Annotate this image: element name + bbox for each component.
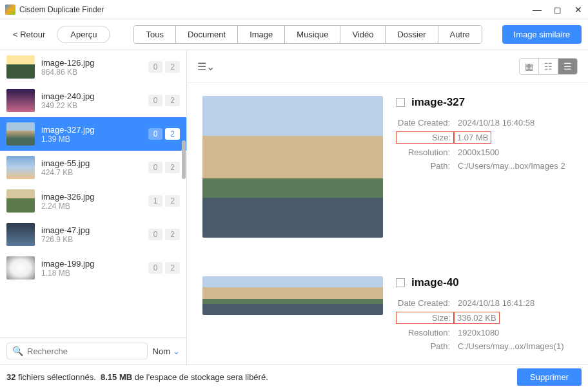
freed-suffix: de l'espace de stockage sera libéré. xyxy=(135,372,268,382)
meta-label: Size: xyxy=(396,131,454,144)
preview-image xyxy=(202,276,383,315)
badge-a: 0 xyxy=(148,61,163,73)
file-list[interactable]: image-126.jpg864.86 KB02image-240.jpg349… xyxy=(0,50,186,337)
sort-button[interactable]: Nom ⌄ xyxy=(153,346,180,356)
meta-label: Date Created: xyxy=(396,298,454,308)
list-item[interactable]: image-326.jpg2.24 MB12 xyxy=(0,184,186,218)
meta-resolution: 1920x1080 xyxy=(454,328,499,337)
columns-view-icon[interactable]: ☷ xyxy=(539,59,558,74)
view-switch: ▦ ☷ ☰ xyxy=(519,58,578,75)
file-info: image-326.jpg2.24 MB xyxy=(41,192,142,211)
tab-music[interactable]: Musique xyxy=(285,26,340,43)
tab-folder[interactable]: Dossier xyxy=(386,26,438,43)
badge-b: 2 xyxy=(165,195,180,207)
badge-a: 0 xyxy=(148,229,163,240)
window-controls: — ◻ ✕ xyxy=(533,5,583,15)
detail-pane: ☰⌄ ▦ ☷ ☰ image-327Date Created:2024/10/1… xyxy=(187,50,588,365)
badge-b: 2 xyxy=(165,162,180,173)
dup-title: image-40 xyxy=(411,276,459,289)
sort-label: Nom xyxy=(153,346,170,356)
badges: 02 xyxy=(148,262,180,274)
thumbnail xyxy=(6,223,35,246)
minimize-icon[interactable]: — xyxy=(533,5,542,15)
file-name: image-199.jpg xyxy=(41,259,142,269)
detail-toolbar: ☰⌄ ▦ ☷ ☰ xyxy=(187,50,588,83)
thumbnail xyxy=(6,189,35,213)
preview-image xyxy=(202,96,383,238)
maximize-icon[interactable]: ◻ xyxy=(553,5,562,15)
dup-title: image-327 xyxy=(411,96,465,109)
tab-all[interactable]: Tous xyxy=(134,26,175,43)
badge-b: 2 xyxy=(165,262,180,274)
badge-b: 2 xyxy=(165,61,180,73)
meta-created: 2024/10/18 16:41:28 xyxy=(454,298,534,308)
file-info: image-240.jpg349.22 KB xyxy=(41,91,142,110)
tab-other[interactable]: Autre xyxy=(438,26,482,43)
badge-a: 0 xyxy=(148,128,163,140)
preview-button[interactable]: Aperçu xyxy=(57,26,110,43)
badge-b: 2 xyxy=(165,229,180,240)
list-item[interactable]: image-199.jpg1.18 MB02 xyxy=(0,251,186,285)
meta-label: Size: xyxy=(396,312,454,324)
back-button[interactable]: < Retour xyxy=(6,26,52,43)
search-icon: 🔍 xyxy=(12,346,23,356)
meta-label: Resolution: xyxy=(396,328,454,337)
file-name: image-326.jpg xyxy=(41,192,142,202)
select-checkbox[interactable] xyxy=(396,98,405,107)
filter-icon[interactable]: ☰⌄ xyxy=(197,61,215,73)
thumbnail xyxy=(6,89,35,112)
list-item[interactable]: image-240.jpg349.22 KB02 xyxy=(0,84,186,117)
meta-label: Path: xyxy=(396,341,454,351)
tab-video[interactable]: Vidéo xyxy=(340,26,386,43)
meta-path: C:/Users/may...ox/Images(1) xyxy=(454,341,564,351)
file-info: image-199.jpg1.18 MB xyxy=(41,259,142,278)
duplicate-item: image-40Date Created:2024/10/18 16:41:28… xyxy=(202,276,573,355)
freed-size: 8.15 MB xyxy=(101,372,132,382)
app-icon xyxy=(5,5,15,15)
file-name: image-47.jpg xyxy=(41,225,142,235)
badges: 02 xyxy=(148,128,180,140)
badge-b: 2 xyxy=(165,128,180,140)
toolbar: < Retour Aperçu Tous Document Image Musi… xyxy=(0,19,588,50)
close-icon[interactable]: ✕ xyxy=(574,5,583,15)
file-name: image-55.jpg xyxy=(41,158,142,168)
list-item[interactable]: image-327.jpg1.39 MB02 xyxy=(0,117,186,151)
tab-image[interactable]: Image xyxy=(238,26,285,43)
search-field[interactable]: 🔍 xyxy=(6,343,148,359)
select-checkbox[interactable] xyxy=(396,278,405,287)
file-size: 726.9 KB xyxy=(41,235,142,244)
duplicate-item: image-327Date Created:2024/10/18 16:40:5… xyxy=(202,96,573,238)
detail-body[interactable]: image-327Date Created:2024/10/18 16:40:5… xyxy=(187,83,588,365)
meta-label: Date Created: xyxy=(396,118,454,128)
badge-a: 0 xyxy=(148,262,163,274)
file-name: image-126.jpg xyxy=(41,58,142,68)
file-info: image-47.jpg726.9 KB xyxy=(41,225,142,244)
file-name: image-240.jpg xyxy=(41,91,142,101)
chevron-down-icon: ⌄ xyxy=(173,346,180,356)
file-size: 424.7 KB xyxy=(41,168,142,177)
badges: 12 xyxy=(148,195,180,207)
badge-b: 2 xyxy=(165,95,180,106)
file-name: image-327.jpg xyxy=(41,125,142,135)
list-item[interactable]: image-47.jpg726.9 KB02 xyxy=(0,218,186,251)
selected-suffix: fichiers sélectionnés. xyxy=(18,372,96,382)
grid-view-icon[interactable]: ▦ xyxy=(520,59,539,74)
scrollbar-thumb[interactable] xyxy=(182,140,186,179)
dup-info: image-40Date Created:2024/10/18 16:41:28… xyxy=(396,276,573,355)
list-view-icon[interactable]: ☰ xyxy=(558,59,577,74)
file-info: image-126.jpg864.86 KB xyxy=(41,58,142,77)
app-title: Cisdem Duplicate Finder xyxy=(19,5,533,14)
similar-image-button[interactable]: Image similaire xyxy=(502,25,582,44)
list-item[interactable]: image-55.jpg424.7 KB02 xyxy=(0,151,186,184)
meta-label: Resolution: xyxy=(396,147,454,157)
tab-document[interactable]: Document xyxy=(176,26,238,43)
delete-button[interactable]: Supprimer xyxy=(517,368,582,386)
search-input[interactable] xyxy=(27,346,142,356)
file-info: image-55.jpg424.7 KB xyxy=(41,158,142,177)
sidebar: image-126.jpg864.86 KB02image-240.jpg349… xyxy=(0,50,187,365)
file-size: 349.22 KB xyxy=(41,101,142,110)
file-size: 2.24 MB xyxy=(41,202,142,211)
dup-info: image-327Date Created:2024/10/18 16:40:5… xyxy=(396,96,573,238)
footer: 32 fichiers sélectionnés. 8.15 MB de l'e… xyxy=(0,365,588,389)
list-item[interactable]: image-126.jpg864.86 KB02 xyxy=(0,50,186,84)
